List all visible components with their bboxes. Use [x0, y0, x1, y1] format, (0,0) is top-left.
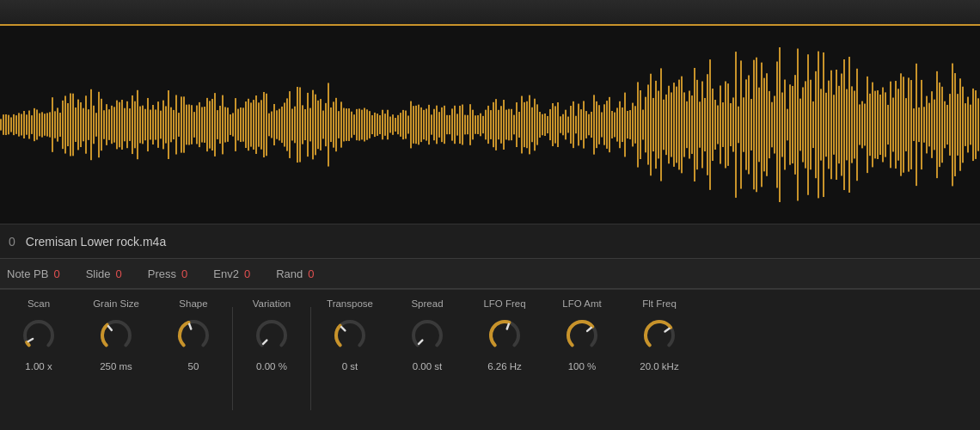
- knob-value: 100 %: [568, 361, 597, 372]
- knob-label: LFO Amt: [562, 298, 601, 309]
- knob-label: Grain Size: [93, 298, 139, 309]
- knob-value: 1.00 x: [25, 361, 52, 372]
- control-slide[interactable]: Slide0: [86, 267, 122, 280]
- knob-group-shape[interactable]: Shape50: [155, 298, 232, 372]
- knob-value: 6.26 Hz: [487, 361, 522, 372]
- waveform-section: [0, 26, 980, 224]
- knob-control[interactable]: [406, 314, 449, 357]
- knob-label: Spread: [411, 298, 443, 309]
- filename-text: Cremisan Lower rock.m4a: [26, 235, 166, 249]
- control-label: Press: [148, 267, 176, 280]
- knob-control[interactable]: [172, 314, 215, 357]
- svg-line-3: [263, 341, 266, 344]
- knob-group-grain-size[interactable]: Grain Size250 ms: [77, 298, 155, 372]
- control-value: 0: [308, 267, 314, 280]
- control-label: Note PB: [7, 267, 48, 280]
- control-value: 0: [116, 267, 122, 280]
- filename-bar: 0 Cremisan Lower rock.m4a: [0, 224, 980, 258]
- knob-control[interactable]: [17, 314, 60, 357]
- knob-value: 250 ms: [100, 361, 132, 372]
- knob-label: Variation: [253, 298, 291, 309]
- control-value: 0: [181, 267, 187, 280]
- svg-line-1: [108, 326, 112, 330]
- knob-label: Flt Freq: [642, 298, 677, 309]
- knob-group-spread[interactable]: Spread0.00 st: [389, 298, 466, 372]
- knob-label: Transpose: [327, 298, 373, 309]
- knob-control[interactable]: [560, 314, 603, 357]
- control-value: 0: [244, 267, 250, 280]
- knob-control[interactable]: [638, 314, 681, 357]
- svg-line-5: [419, 341, 422, 344]
- svg-line-7: [587, 328, 591, 331]
- controls-row: Note PB0Slide0Press0Env20Rand0: [0, 258, 980, 289]
- knob-value: 0 st: [342, 361, 358, 372]
- svg-line-0: [28, 339, 33, 341]
- control-label: Env2: [213, 267, 239, 280]
- control-env2[interactable]: Env20: [213, 267, 250, 280]
- knob-control[interactable]: [250, 314, 293, 357]
- knob-label: LFO Freq: [483, 298, 525, 309]
- filename-number: 0: [9, 235, 15, 249]
- knob-control[interactable]: [95, 314, 138, 357]
- svg-line-4: [341, 327, 345, 330]
- knob-control[interactable]: [483, 314, 526, 357]
- knob-group-transpose[interactable]: Transpose0 st: [311, 298, 389, 372]
- knob-control[interactable]: [328, 314, 371, 357]
- knob-group-flt-freq[interactable]: Flt Freq20.0 kHz: [621, 298, 698, 372]
- svg-line-6: [507, 324, 509, 329]
- control-value: 0: [53, 267, 59, 280]
- knob-label: Shape: [179, 298, 207, 309]
- knob-group-variation[interactable]: Variation0.00 %: [233, 298, 310, 372]
- knob-group-scan[interactable]: Scan1.00 x: [0, 298, 77, 372]
- knob-value: 50: [188, 361, 199, 372]
- svg-line-2: [189, 324, 191, 329]
- top-bar: [0, 0, 980, 26]
- knob-value: 0.00 st: [413, 361, 443, 372]
- knob-value: 20.0 kHz: [640, 361, 678, 372]
- control-label: Slide: [86, 267, 111, 280]
- knob-group-lfo-amt[interactable]: LFO Amt100 %: [543, 298, 621, 372]
- knob-value: 0.00 %: [256, 361, 287, 372]
- waveform-canvas: [0, 26, 980, 224]
- knob-label: Scan: [28, 298, 50, 309]
- control-note-pb[interactable]: Note PB0: [7, 267, 60, 280]
- knob-group-lfo-freq[interactable]: LFO Freq6.26 Hz: [466, 298, 543, 372]
- svg-line-8: [665, 329, 670, 331]
- control-rand[interactable]: Rand0: [276, 267, 314, 280]
- control-press[interactable]: Press0: [148, 267, 187, 280]
- control-label: Rand: [276, 267, 303, 280]
- knobs-section: Scan1.00 xGrain Size250 msShape50Variati…: [0, 289, 980, 430]
